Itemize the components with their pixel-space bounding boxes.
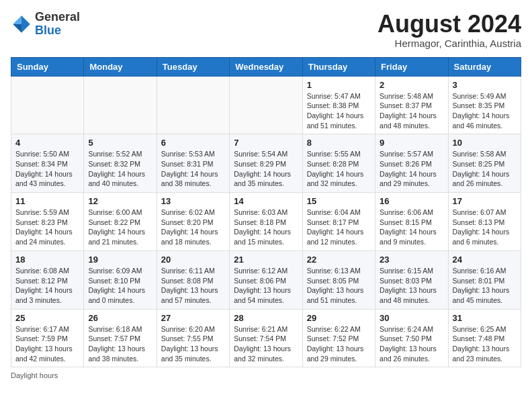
day-info: Sunrise: 6:13 AM Sunset: 8:05 PM Dayligh…: [307, 266, 371, 306]
calendar-cell: 12Sunrise: 6:00 AM Sunset: 8:22 PM Dayli…: [84, 193, 157, 251]
day-info: Sunrise: 6:06 AM Sunset: 8:15 PM Dayligh…: [380, 208, 443, 247]
day-number: 1: [307, 80, 371, 90]
day-info: Sunrise: 6:03 AM Sunset: 8:18 PM Dayligh…: [234, 208, 298, 247]
day-number: 26: [88, 313, 152, 323]
calendar-cell: 4Sunrise: 5:50 AM Sunset: 8:34 PM Daylig…: [11, 134, 84, 193]
calendar-table: SundayMondayTuesdayWednesdayThursdayFrid…: [11, 57, 521, 368]
calendar-cell: 25Sunrise: 6:17 AM Sunset: 7:59 PM Dayli…: [11, 309, 84, 367]
calendar-cell: 3Sunrise: 5:49 AM Sunset: 8:35 PM Daylig…: [448, 76, 521, 134]
col-header-sunday: Sunday: [11, 57, 84, 76]
day-number: 29: [307, 313, 371, 323]
day-info: Sunrise: 6:18 AM Sunset: 7:57 PM Dayligh…: [88, 324, 152, 364]
calendar-cell: 5Sunrise: 5:52 AM Sunset: 8:32 PM Daylig…: [84, 134, 157, 193]
day-info: Sunrise: 6:16 AM Sunset: 8:01 PM Dayligh…: [453, 266, 517, 306]
calendar-week-4: 18Sunrise: 6:08 AM Sunset: 8:12 PM Dayli…: [11, 250, 521, 309]
calendar-cell: 10Sunrise: 5:58 AM Sunset: 8:25 PM Dayli…: [448, 134, 521, 193]
day-info: Sunrise: 5:57 AM Sunset: 8:26 PM Dayligh…: [380, 149, 443, 189]
calendar-cell: 2Sunrise: 5:48 AM Sunset: 8:37 PM Daylig…: [375, 76, 448, 134]
day-info: Sunrise: 6:12 AM Sunset: 8:06 PM Dayligh…: [234, 266, 298, 306]
calendar-cell: 29Sunrise: 6:22 AM Sunset: 7:52 PM Dayli…: [302, 309, 375, 367]
day-number: 18: [15, 255, 79, 265]
calendar-cell: [11, 76, 84, 134]
calendar-cell: 22Sunrise: 6:13 AM Sunset: 8:05 PM Dayli…: [302, 250, 375, 309]
calendar-cell: 17Sunrise: 6:07 AM Sunset: 8:13 PM Dayli…: [448, 193, 521, 251]
day-info: Sunrise: 6:22 AM Sunset: 7:52 PM Dayligh…: [307, 324, 371, 364]
day-info: Sunrise: 6:15 AM Sunset: 8:03 PM Dayligh…: [380, 266, 443, 306]
day-number: 2: [380, 80, 443, 90]
svg-marker-0: [21, 15, 30, 24]
day-number: 19: [88, 255, 152, 265]
page-header: General Blue August 2024 Hermagor, Carin…: [11, 11, 521, 49]
calendar-cell: 6Sunrise: 5:53 AM Sunset: 8:31 PM Daylig…: [157, 134, 229, 193]
calendar-cell: 18Sunrise: 6:08 AM Sunset: 8:12 PM Dayli…: [11, 250, 84, 309]
svg-marker-2: [13, 24, 21, 33]
day-number: 17: [453, 196, 517, 206]
col-header-thursday: Thursday: [302, 57, 375, 76]
calendar-cell: 20Sunrise: 6:11 AM Sunset: 8:08 PM Dayli…: [157, 250, 229, 309]
day-number: 5: [88, 138, 152, 148]
day-number: 30: [380, 313, 443, 323]
calendar-cell: 31Sunrise: 6:25 AM Sunset: 7:48 PM Dayli…: [448, 309, 521, 367]
calendar-cell: 7Sunrise: 5:54 AM Sunset: 8:29 PM Daylig…: [230, 134, 302, 193]
day-info: Sunrise: 5:49 AM Sunset: 8:35 PM Dayligh…: [453, 91, 517, 131]
day-number: 22: [307, 255, 371, 265]
calendar-header-row: SundayMondayTuesdayWednesdayThursdayFrid…: [11, 57, 521, 76]
calendar-week-3: 11Sunrise: 5:59 AM Sunset: 8:23 PM Dayli…: [11, 193, 521, 251]
day-number: 10: [453, 138, 517, 148]
day-number: 20: [161, 255, 225, 265]
day-number: 12: [88, 196, 152, 206]
day-number: 9: [380, 138, 443, 148]
calendar-week-5: 25Sunrise: 6:17 AM Sunset: 7:59 PM Dayli…: [11, 309, 521, 367]
calendar-cell: 19Sunrise: 6:09 AM Sunset: 8:10 PM Dayli…: [84, 250, 157, 309]
day-info: Sunrise: 6:21 AM Sunset: 7:54 PM Dayligh…: [234, 324, 298, 364]
day-number: 28: [234, 313, 298, 323]
title-block: August 2024 Hermagor, Carinthia, Austria: [378, 11, 521, 49]
calendar-cell: 30Sunrise: 6:24 AM Sunset: 7:50 PM Dayli…: [375, 309, 448, 367]
col-header-saturday: Saturday: [448, 57, 521, 76]
day-info: Sunrise: 6:08 AM Sunset: 8:12 PM Dayligh…: [15, 266, 79, 306]
calendar-cell: 8Sunrise: 5:55 AM Sunset: 8:28 PM Daylig…: [302, 134, 375, 193]
day-info: Sunrise: 6:02 AM Sunset: 8:20 PM Dayligh…: [161, 208, 225, 247]
calendar-cell: 27Sunrise: 6:20 AM Sunset: 7:55 PM Dayli…: [157, 309, 229, 367]
col-header-friday: Friday: [375, 57, 448, 76]
day-number: 15: [307, 196, 371, 206]
day-number: 31: [453, 313, 517, 323]
col-header-monday: Monday: [84, 57, 157, 76]
logo-general: General: [35, 10, 80, 24]
day-number: 8: [307, 138, 371, 148]
calendar-cell: [84, 76, 157, 134]
day-number: 27: [161, 313, 225, 323]
calendar-cell: [230, 76, 302, 134]
calendar-cell: 26Sunrise: 6:18 AM Sunset: 7:57 PM Dayli…: [84, 309, 157, 367]
day-number: 14: [234, 196, 298, 206]
svg-marker-3: [21, 24, 30, 33]
day-number: 7: [234, 138, 298, 148]
calendar-cell: 14Sunrise: 6:03 AM Sunset: 8:18 PM Dayli…: [230, 193, 302, 251]
calendar-cell: 11Sunrise: 5:59 AM Sunset: 8:23 PM Dayli…: [11, 193, 84, 251]
day-number: 21: [234, 255, 298, 265]
calendar-cell: 9Sunrise: 5:57 AM Sunset: 8:26 PM Daylig…: [375, 134, 448, 193]
day-info: Sunrise: 5:53 AM Sunset: 8:31 PM Dayligh…: [161, 149, 225, 189]
calendar-cell: 13Sunrise: 6:02 AM Sunset: 8:20 PM Dayli…: [157, 193, 229, 251]
footer: Daylight hours: [11, 371, 521, 379]
day-info: Sunrise: 6:24 AM Sunset: 7:50 PM Dayligh…: [380, 324, 443, 364]
calendar-cell: 16Sunrise: 6:06 AM Sunset: 8:15 PM Dayli…: [375, 193, 448, 251]
day-number: 16: [380, 196, 443, 206]
day-info: Sunrise: 5:54 AM Sunset: 8:29 PM Dayligh…: [234, 149, 298, 189]
day-number: 4: [15, 138, 79, 148]
day-info: Sunrise: 6:25 AM Sunset: 7:48 PM Dayligh…: [453, 324, 517, 364]
daylight-label: Daylight hours: [11, 371, 58, 379]
day-number: 3: [453, 80, 517, 90]
col-header-tuesday: Tuesday: [157, 57, 229, 76]
day-info: Sunrise: 5:59 AM Sunset: 8:23 PM Dayligh…: [15, 208, 79, 247]
calendar-cell: [157, 76, 229, 134]
day-info: Sunrise: 5:52 AM Sunset: 8:32 PM Dayligh…: [88, 149, 152, 189]
logo: General Blue: [11, 11, 80, 38]
day-info: Sunrise: 6:09 AM Sunset: 8:10 PM Dayligh…: [88, 266, 152, 306]
calendar-week-2: 4Sunrise: 5:50 AM Sunset: 8:34 PM Daylig…: [11, 134, 521, 193]
day-info: Sunrise: 6:04 AM Sunset: 8:17 PM Dayligh…: [307, 208, 371, 247]
day-info: Sunrise: 6:11 AM Sunset: 8:08 PM Dayligh…: [161, 266, 225, 306]
location: Hermagor, Carinthia, Austria: [378, 38, 521, 49]
logo-text: General Blue: [35, 11, 80, 38]
day-number: 11: [15, 196, 79, 206]
